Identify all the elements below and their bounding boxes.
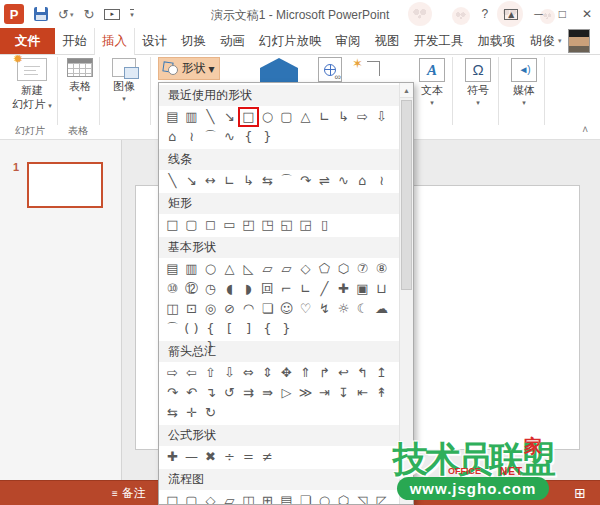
- shape-line[interactable]: ╲: [201, 108, 220, 126]
- shape-equal[interactable]: =: [239, 448, 258, 466]
- account-menu[interactable]: 胡俊▾: [522, 28, 566, 54]
- shape-arc[interactable]: ⌒: [163, 320, 182, 338]
- table-button[interactable]: 表格 ▾: [62, 58, 98, 104]
- shape-frame[interactable]: 回: [258, 280, 277, 298]
- shape-curved-right-arrow[interactable]: ↷: [163, 384, 182, 402]
- shape-freeform[interactable]: ⌂: [353, 172, 372, 190]
- shape-right-bracket[interactable]: ]: [239, 320, 258, 338]
- shape-chord[interactable]: ◖: [220, 280, 239, 298]
- shape-pentagon-arrow[interactable]: ▷: [277, 384, 296, 402]
- tab-animations[interactable]: 动画: [213, 28, 252, 54]
- shape-rounded-rectangle[interactable]: ▢: [277, 108, 296, 126]
- shape-right-arrow[interactable]: ⇨: [163, 364, 182, 382]
- close-button[interactable]: ✕: [582, 8, 592, 20]
- shape-left-brace[interactable]: {: [258, 320, 277, 338]
- shape-right-brace[interactable]: }: [258, 128, 277, 146]
- shape-curve[interactable]: ∿: [334, 172, 353, 190]
- shape-octagon[interactable]: ⑧: [372, 260, 391, 278]
- shape-right-arrow-callout[interactable]: ⇥: [315, 384, 334, 402]
- shape-no-symbol[interactable]: ⊘: [220, 300, 239, 318]
- tab-developer[interactable]: 开发工具: [407, 28, 471, 54]
- shape-text-box[interactable]: ▤: [163, 260, 182, 278]
- shape-donut[interactable]: ◎: [201, 300, 220, 318]
- shape-line-double-arrow[interactable]: ↔: [201, 172, 220, 190]
- shape-snip-diagonal-corner-rectangle[interactable]: ◰: [239, 216, 258, 234]
- action-icon[interactable]: [352, 58, 380, 80]
- shape-right-triangle[interactable]: ◺: [239, 260, 258, 278]
- shape-isoceles-triangle[interactable]: △: [220, 260, 239, 278]
- shape-pentagon[interactable]: ⬠: [315, 260, 334, 278]
- shape-snip-and-round-single-corner-rectangle[interactable]: ◳: [258, 216, 277, 234]
- shape-lightning-bolt[interactable]: ↯: [315, 300, 334, 318]
- shape-decagon[interactable]: ⑩: [163, 280, 182, 298]
- shape-elbow-connector[interactable]: ∟: [315, 108, 334, 126]
- shape-double-bracket[interactable]: ( ): [182, 320, 201, 338]
- shape-text-box[interactable]: ▤: [163, 108, 182, 126]
- notes-button[interactable]: ≡ 备注: [112, 481, 146, 505]
- shape-oval[interactable]: ○: [258, 108, 277, 126]
- chevron-down-icon[interactable]: ▾: [70, 11, 74, 18]
- shape-document[interactable]: ▤: [277, 492, 296, 504]
- shape-manual-operation[interactable]: ◸: [372, 492, 391, 504]
- shape-cross[interactable]: ✚: [334, 280, 353, 298]
- shape-curved-down-arrow[interactable]: ↴: [201, 384, 220, 402]
- collapse-ribbon-button[interactable]: ˄: [582, 124, 588, 135]
- shape-diamond[interactable]: ◇: [296, 260, 315, 278]
- shape-smiley-face[interactable]: ☺: [277, 300, 296, 318]
- shape-snip-single-corner-rectangle[interactable]: ◻: [201, 216, 220, 234]
- shape-circular-arrow[interactable]: ↻: [201, 404, 220, 422]
- shape-can[interactable]: ⊔: [372, 280, 391, 298]
- shape-elbow-connector[interactable]: ∟: [220, 172, 239, 190]
- shape-scribble[interactable]: ≀: [372, 172, 391, 190]
- shape-down-arrow-callout[interactable]: ↧: [334, 384, 353, 402]
- shape-quad-arrow-callout[interactable]: ✛: [182, 404, 201, 422]
- shape-diagonal-stripe[interactable]: ╱: [315, 280, 334, 298]
- shape-curved-connector[interactable]: ⌒: [277, 172, 296, 190]
- undo-button[interactable]: ↺▾: [58, 8, 73, 21]
- shape-arc[interactable]: ⌒: [201, 128, 220, 146]
- shape-decision[interactable]: ◇: [201, 492, 220, 504]
- shape-predefined-process[interactable]: ◫: [239, 492, 258, 504]
- tab-home[interactable]: 开始: [55, 28, 94, 54]
- shape-not-equal[interactable]: ≠: [258, 448, 277, 466]
- ribbon-display-options-icon[interactable]: ▴: [504, 9, 518, 20]
- shape-sun[interactable]: ☼: [334, 300, 353, 318]
- tab-insert[interactable]: 插入: [94, 28, 135, 55]
- shape-left-right-up-arrow[interactable]: ⇑: [296, 364, 315, 382]
- shape-left-right-arrow[interactable]: ⇔: [239, 364, 258, 382]
- shape-manual-input[interactable]: ◹: [353, 492, 372, 504]
- shape-u-turn-arrow[interactable]: ↩: [334, 364, 353, 382]
- shape-line[interactable]: ╲: [163, 172, 182, 190]
- shapes-button[interactable]: 形状 ▾: [158, 57, 220, 80]
- shape-left-arrow-callout[interactable]: ⇤: [353, 384, 372, 402]
- maximize-button[interactable]: □: [559, 8, 566, 20]
- tab-design[interactable]: 设计: [135, 28, 174, 54]
- shape-oval[interactable]: ○: [201, 260, 220, 278]
- shape-down-arrow[interactable]: ⇩: [220, 364, 239, 382]
- shape-double-brace[interactable]: { }: [201, 320, 220, 338]
- shape-elbow-arrow-connector[interactable]: ↳: [334, 108, 353, 126]
- avatar[interactable]: [568, 29, 590, 53]
- shape-notched-right-arrow[interactable]: ⇛: [258, 384, 277, 402]
- shape-arrow[interactable]: ↘: [220, 108, 239, 126]
- shape-parallelogram[interactable]: ▱: [258, 260, 277, 278]
- tab-slideshow[interactable]: 幻灯片放映: [252, 28, 329, 54]
- shape-freeform[interactable]: ⌂: [163, 128, 182, 146]
- tab-transitions[interactable]: 切换: [174, 28, 213, 54]
- shape-curved-left-arrow[interactable]: ↶: [182, 384, 201, 402]
- shape-curved-up-arrow[interactable]: ↺: [220, 384, 239, 402]
- shape-elbow-arrow-connector[interactable]: ↳: [239, 172, 258, 190]
- shape-round-same-side-corner-rectangle[interactable]: ◲: [296, 216, 315, 234]
- shape-bent-up-arrow[interactable]: ↥: [372, 364, 391, 382]
- shape-line-arrow[interactable]: ↘: [182, 172, 201, 190]
- shape-left-arrow[interactable]: ⇦: [182, 364, 201, 382]
- shape-vertical-text-box[interactable]: ▥: [182, 108, 201, 126]
- shape-elbow-double-arrow-connector[interactable]: ⇆: [258, 172, 277, 190]
- shape-left-up-arrow[interactable]: ↰: [353, 364, 372, 382]
- new-slide-button[interactable]: 新建 幻灯片 ▾: [6, 58, 58, 112]
- dropdown-scrollbar[interactable]: ▲: [399, 83, 413, 504]
- shape-up-arrow-callout[interactable]: ↟: [372, 384, 391, 402]
- shape-divide[interactable]: ÷: [220, 448, 239, 466]
- shape-heptagon[interactable]: ⑦: [353, 260, 372, 278]
- shape-alternate-process[interactable]: ▢: [182, 492, 201, 504]
